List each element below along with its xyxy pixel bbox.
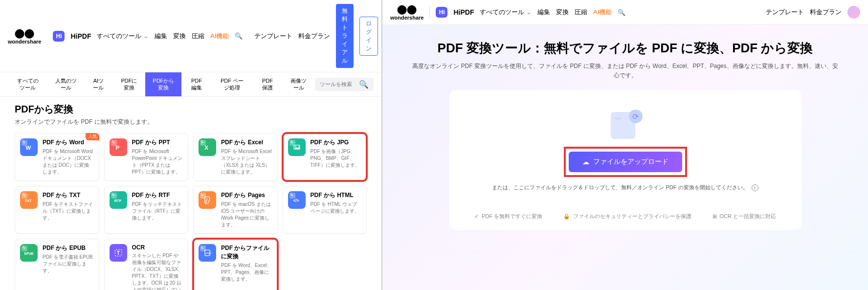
upload-illustration: ⟳: [608, 110, 643, 139]
txt-icon: TXT: [20, 191, 38, 209]
svg-text:RTF: RTF: [114, 199, 121, 203]
card-pdf-to-txt[interactable]: TXT PDF から TXTPDF をテキストファイル（TXT）に変換します。: [15, 186, 99, 234]
nav-compress[interactable]: 圧縮: [192, 32, 204, 41]
feature-ocr: ⊞OCR と一括変換に対応: [712, 213, 777, 220]
login-button[interactable]: ログイン: [359, 17, 378, 56]
ocr-icon: T: [110, 244, 127, 262]
search-box[interactable]: 🔍: [315, 78, 374, 91]
tab-edit[interactable]: PDF 編集: [181, 72, 211, 96]
card-pdf-to-epub[interactable]: EPUB PDF から EPUBPDF を電子書籍 EPUB ファイルに変換しま…: [15, 239, 99, 290]
nav-compress[interactable]: 圧縮: [575, 8, 587, 17]
divider: [429, 6, 430, 18]
nav-ai[interactable]: AI機能: [210, 32, 229, 41]
search-icon[interactable]: 🔍: [618, 9, 625, 16]
search-input[interactable]: [320, 81, 359, 87]
card-pdf-to-pages[interactable]: PDF から PagesPDF を macOS または iOS ユーザー向けの …: [193, 186, 278, 234]
avatar[interactable]: [847, 6, 860, 19]
nav-pricing[interactable]: 料金プラン: [298, 32, 330, 41]
lock-icon: 🔒: [563, 213, 570, 220]
popular-badge: 人気: [86, 133, 99, 140]
wondershare-logo[interactable]: ⬤⬤ wondershare: [8, 28, 41, 45]
header-right: ⬤⬤ wondershare Hi HiPDF すべてのツール 編集 変換 圧縮…: [382, 0, 868, 25]
scan-icon: ⊞: [712, 213, 717, 220]
rtf-icon: RTF: [110, 191, 127, 209]
word-icon: W: [20, 138, 38, 156]
pages-icon: [199, 191, 216, 209]
tab-ai[interactable]: AIツール: [84, 72, 112, 96]
tab-to-pdf[interactable]: PDFに変換: [113, 72, 146, 96]
hero-subtitle: 高度なオンライン PDF 変換ツールを使用して、ファイルを PDF に変換、また…: [412, 62, 839, 80]
free-trial-button[interactable]: 無料トライアル: [336, 4, 354, 68]
header-left: ⬤⬤ wondershare Hi HiPDF すべてのツール 編集 変換 圧縮…: [0, 0, 381, 72]
tab-image[interactable]: 画像ツール: [282, 72, 315, 96]
file-icon: PDF: [199, 244, 216, 262]
nav-ai[interactable]: AI機能: [593, 8, 612, 17]
nav-convert[interactable]: 変換: [173, 32, 186, 41]
ppt-icon: P: [110, 138, 127, 156]
card-ocr[interactable]: T OCRスキャンした PDF や画像を編集可能なファイル（DOCX、XLSX、…: [104, 239, 189, 290]
page-subtitle: オンラインでファイルを PDF に無料で変換します。: [15, 118, 367, 126]
card-pdf-to-jpg[interactable]: PDF から JPGPDF を画像（JPG、PNG、BMP、GIF、TIFF）に…: [283, 133, 367, 181]
svg-text:EPUB: EPUB: [24, 252, 34, 255]
search-icon[interactable]: 🔍: [359, 80, 369, 89]
excel-icon: X: [199, 138, 216, 156]
search-icon[interactable]: 🔍: [235, 32, 243, 40]
jpg-icon: [288, 138, 306, 156]
hero-title: PDF 変換ツール：無料でファイルを PDF に変換、PDF から変換: [412, 40, 839, 57]
nav-pricing[interactable]: 料金プラン: [810, 8, 842, 17]
card-pdf-to-ppt[interactable]: P PDF から PPTPDF を Microsoft PowerPoint ド…: [104, 133, 189, 181]
upload-box[interactable]: ⟳ ☁ ファイルをアップロード または、ここにファイルをドラッグ＆ドロップして、…: [449, 90, 801, 230]
card-pdf-to-rtf[interactable]: RTF PDF から RTFPDF をリッチテキストファイル（RTF）に変換しま…: [104, 186, 189, 234]
card-pdf-to-excel[interactable]: X PDF から ExcelPDF を Microsoft Excel スプレッ…: [193, 133, 278, 181]
svg-point-4: [295, 146, 296, 148]
nav-all-tools[interactable]: すべてのツール: [480, 8, 532, 17]
tab-all-tools[interactable]: すべてのツール: [8, 72, 48, 96]
hipdf-logo-text[interactable]: HiPDF: [453, 8, 474, 16]
nav-edit[interactable]: 編集: [537, 8, 550, 17]
feature-free: ✓PDF を無料ですぐに変換: [474, 213, 542, 220]
html-icon: </>: [288, 191, 306, 209]
card-pdf-to-file[interactable]: PDF PDF からファイルに変換PDF を Word、Excel、PPT、Pa…: [193, 239, 278, 290]
info-icon[interactable]: i: [752, 184, 758, 191]
wondershare-icon: ⬤⬤: [397, 4, 417, 15]
wondershare-icon: ⬤⬤: [15, 28, 34, 39]
card-pdf-to-word[interactable]: 人気 W PDF から WordPDF を Microsoft Word ドキュ…: [15, 133, 99, 181]
hipdf-icon[interactable]: Hi: [436, 7, 447, 18]
refresh-icon: ⟳: [629, 110, 643, 123]
upload-button[interactable]: ☁ ファイルをアップロード: [569, 152, 682, 172]
nav-all-tools[interactable]: すべてのツール: [97, 32, 149, 41]
card-pdf-to-html[interactable]: </> PDF から HTMLPDF を HTML ウェブページに変換します。: [283, 186, 367, 234]
check-icon: ✓: [474, 213, 479, 220]
svg-text:T: T: [116, 250, 119, 256]
svg-text:TXT: TXT: [25, 199, 32, 203]
cloud-upload-icon: ☁: [582, 158, 589, 166]
svg-text:PDF: PDF: [206, 252, 212, 255]
tabs-row: すべてのツール 人気のツール AIツール PDFに変換 PDFから変換 PDF …: [0, 72, 381, 97]
epub-icon: EPUB: [20, 244, 38, 262]
hipdf-logo-text[interactable]: HiPDF: [70, 32, 91, 40]
nav-convert[interactable]: 変換: [556, 8, 569, 17]
features-row: ✓PDF を無料ですぐに変換 🔒ファイルのセキュリティーとプライバシーを保護 ⊞…: [464, 205, 787, 220]
drag-drop-text: または、ここにファイルをドラッグ＆ドロップして、無料／オンライン PDF の変換…: [464, 184, 787, 191]
tab-page[interactable]: PDF ページ処理: [211, 72, 252, 96]
nav-edit[interactable]: 編集: [155, 32, 167, 41]
nav-template[interactable]: テンプレート: [254, 32, 292, 41]
page-title: PDFから変換: [15, 103, 367, 116]
tab-popular[interactable]: 人気のツール: [48, 72, 84, 96]
nav-template[interactable]: テンプレート: [766, 8, 804, 17]
tab-from-pdf[interactable]: PDFから変換: [145, 72, 181, 96]
feature-security: 🔒ファイルのセキュリティーとプライバシーを保護: [563, 213, 691, 220]
wondershare-logo[interactable]: ⬤⬤ wondershare: [390, 4, 423, 21]
svg-text:</>: </>: [293, 198, 299, 203]
hipdf-icon[interactable]: Hi: [53, 31, 65, 42]
tab-protect[interactable]: PDF 保護: [253, 72, 283, 96]
